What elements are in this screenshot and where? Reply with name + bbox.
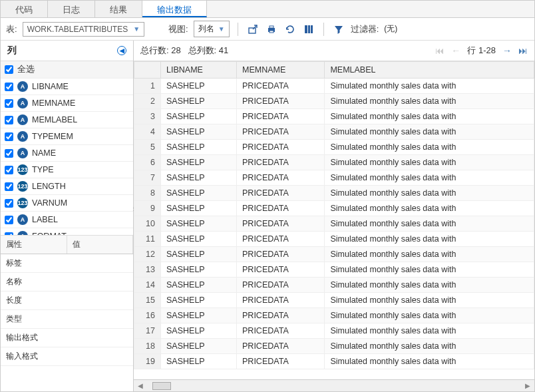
cell[interactable]: PRICEDATA — [237, 293, 325, 308]
column-header[interactable]: MEMLABEL — [325, 62, 534, 79]
cell[interactable]: SASHELP — [161, 247, 237, 262]
horizontal-scrollbar[interactable]: ◀ ▶ — [134, 379, 534, 391]
cell[interactable]: SASHELP — [161, 201, 237, 216]
cell[interactable]: PRICEDATA — [237, 94, 325, 109]
collapse-icon[interactable]: ◀ — [117, 46, 126, 55]
column-item[interactable]: 123VARNUM — [1, 195, 133, 212]
cell[interactable]: Simulated monthly sales data with — [325, 109, 534, 124]
cell[interactable]: SASHELP — [161, 354, 237, 369]
cell[interactable]: SASHELP — [161, 323, 237, 339]
property-row[interactable]: 长度 — [1, 292, 133, 310]
cell[interactable]: SASHELP — [161, 339, 237, 354]
next-page-icon[interactable]: → — [502, 45, 512, 56]
column-item[interactable]: AMEMNAME — [1, 95, 133, 112]
tab-0[interactable]: 代码 — [1, 1, 48, 17]
cell[interactable]: SASHELP — [161, 308, 237, 323]
cell[interactable]: PRICEDATA — [237, 109, 325, 124]
cell[interactable]: Simulated monthly sales data with — [325, 323, 534, 339]
cell[interactable]: PRICEDATA — [237, 186, 325, 201]
table-row[interactable]: 6SASHELPPRICEDATASimulated monthly sales… — [134, 155, 534, 170]
column-checkbox[interactable] — [5, 132, 13, 141]
tab-1[interactable]: 日志 — [48, 1, 95, 17]
property-row[interactable]: 标签 — [1, 254, 133, 273]
cell[interactable]: PRICEDATA — [237, 247, 325, 262]
select-all-row[interactable]: 全选 — [1, 61, 133, 79]
cell[interactable]: Simulated monthly sales data with — [325, 216, 534, 232]
tab-2[interactable]: 结果 — [95, 1, 142, 17]
cell[interactable]: PRICEDATA — [237, 323, 325, 339]
cell[interactable]: PRICEDATA — [237, 232, 325, 247]
cell[interactable]: PRICEDATA — [237, 124, 325, 140]
table-row[interactable]: 14SASHELPPRICEDATASimulated monthly sale… — [134, 278, 534, 293]
table-row[interactable]: 3SASHELPPRICEDATASimulated monthly sales… — [134, 109, 534, 124]
table-row[interactable]: 4SASHELPPRICEDATASimulated monthly sales… — [134, 124, 534, 140]
column-item[interactable]: AMEMLABEL — [1, 112, 133, 128]
cell[interactable]: Simulated monthly sales data with — [325, 354, 534, 369]
cell[interactable]: Simulated monthly sales data with — [325, 170, 534, 186]
column-checkbox[interactable] — [5, 232, 13, 236]
property-row[interactable]: 输出格式 — [1, 329, 133, 347]
cell[interactable]: PRICEDATA — [237, 170, 325, 186]
cell[interactable]: SASHELP — [161, 216, 237, 232]
cell[interactable]: Simulated monthly sales data with — [325, 94, 534, 109]
cell[interactable]: Simulated monthly sales data with — [325, 339, 534, 354]
column-checkbox[interactable] — [5, 116, 13, 124]
table-row[interactable]: 10SASHELPPRICEDATASimulated monthly sale… — [134, 216, 534, 232]
table-row[interactable]: 11SASHELPPRICEDATASimulated monthly sale… — [134, 232, 534, 247]
cell[interactable]: Simulated monthly sales data with — [325, 247, 534, 262]
cell[interactable]: SASHELP — [161, 278, 237, 293]
property-row[interactable]: 类型 — [1, 310, 133, 329]
cell[interactable]: Simulated monthly sales data with — [325, 186, 534, 201]
column-item[interactable]: ANAME — [1, 145, 133, 162]
table-row[interactable]: 19SASHELPPRICEDATASimulated monthly sale… — [134, 354, 534, 369]
table-selector[interactable]: WORK.TABLEATTRIBUTES ▼ — [23, 22, 144, 37]
column-item[interactable]: 123LENGTH — [1, 178, 133, 195]
table-row[interactable]: 13SASHELPPRICEDATASimulated monthly sale… — [134, 262, 534, 278]
column-checkbox[interactable] — [5, 83, 13, 91]
cell[interactable]: SASHELP — [161, 232, 237, 247]
property-row[interactable]: 名称 — [1, 273, 133, 292]
column-checkbox[interactable] — [5, 99, 13, 108]
print-icon[interactable] — [265, 23, 278, 36]
cell[interactable]: PRICEDATA — [237, 339, 325, 354]
cell[interactable]: Simulated monthly sales data with — [325, 262, 534, 278]
data-grid[interactable]: LIBNAMEMEMNAMEMEMLABEL1SASHELPPRICEDATAS… — [134, 61, 534, 379]
column-header[interactable]: MEMNAME — [237, 62, 325, 79]
table-row[interactable]: 5SASHELPPRICEDATASimulated monthly sales… — [134, 140, 534, 155]
property-row[interactable]: 输入格式 — [1, 347, 133, 366]
cell[interactable]: Simulated monthly sales data with — [325, 293, 534, 308]
cell[interactable]: Simulated monthly sales data with — [325, 201, 534, 216]
tab-3[interactable]: 输出数据 — [142, 1, 207, 17]
cell[interactable]: SASHELP — [161, 262, 237, 278]
cell[interactable]: PRICEDATA — [237, 140, 325, 155]
column-item[interactable]: ALABEL — [1, 212, 133, 228]
view-selector[interactable]: 列名 ▼ — [194, 21, 230, 37]
cell[interactable]: Simulated monthly sales data with — [325, 308, 534, 323]
last-page-icon[interactable]: ⏭ — [518, 45, 528, 56]
column-checkbox[interactable] — [5, 149, 13, 158]
cell[interactable]: PRICEDATA — [237, 262, 325, 278]
column-item[interactable]: AFORMAT — [1, 228, 133, 235]
column-item[interactable]: ALIBNAME — [1, 79, 133, 95]
table-row[interactable]: 18SASHELPPRICEDATASimulated monthly sale… — [134, 339, 534, 354]
column-header[interactable]: LIBNAME — [161, 62, 237, 79]
columns-icon[interactable] — [302, 23, 315, 36]
cell[interactable]: Simulated monthly sales data with — [325, 232, 534, 247]
column-checkbox[interactable] — [5, 182, 13, 191]
cell[interactable]: SASHELP — [161, 109, 237, 124]
cell[interactable]: PRICEDATA — [237, 308, 325, 323]
cell[interactable]: SASHELP — [161, 155, 237, 170]
column-item[interactable]: ATYPEMEM — [1, 128, 133, 145]
table-row[interactable]: 1SASHELPPRICEDATASimulated monthly sales… — [134, 79, 534, 94]
cell[interactable]: Simulated monthly sales data with — [325, 124, 534, 140]
cell[interactable]: SASHELP — [161, 140, 237, 155]
table-row[interactable]: 16SASHELPPRICEDATASimulated monthly sale… — [134, 308, 534, 323]
cell[interactable]: PRICEDATA — [237, 216, 325, 232]
cell[interactable]: Simulated monthly sales data with — [325, 155, 534, 170]
refresh-icon[interactable] — [283, 23, 297, 36]
cell[interactable]: SASHELP — [161, 79, 237, 94]
first-page-icon[interactable]: ⏮ — [435, 45, 445, 56]
table-row[interactable]: 17SASHELPPRICEDATASimulated monthly sale… — [134, 323, 534, 339]
table-row[interactable]: 2SASHELPPRICEDATASimulated monthly sales… — [134, 94, 534, 109]
cell[interactable]: PRICEDATA — [237, 79, 325, 94]
